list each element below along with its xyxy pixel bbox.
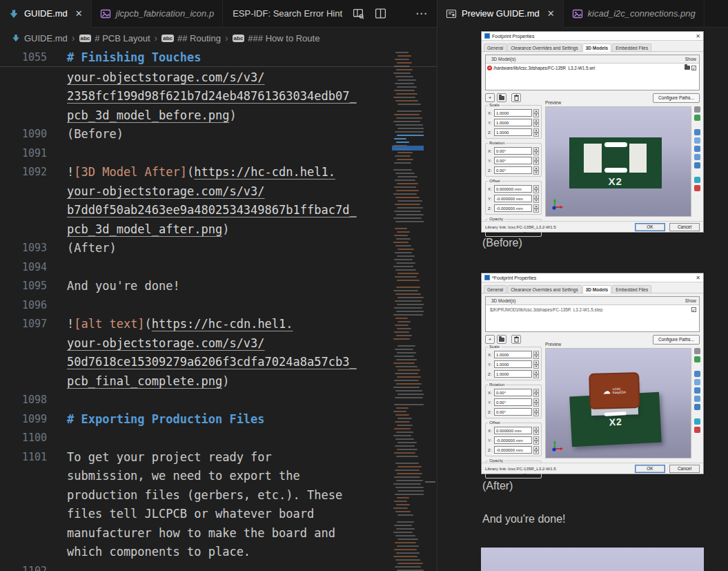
view-tool-icon (694, 379, 700, 385)
cancel-button: Cancel (669, 223, 700, 231)
image-icon (100, 8, 111, 19)
breadcrumb: GUIDE.md › abc # PCB Layout › abc ## Rou… (0, 28, 437, 48)
dialog-footer: Library link: lcsc:FC-135R_L3.2-W1.5 OK … (482, 221, 703, 232)
chevron-right-icon: › (72, 32, 75, 43)
view-tool-icon (694, 418, 700, 425)
spinner: ▲▼ (533, 408, 539, 416)
group-label: Rotation (488, 383, 506, 387)
value-input: 0.00° (494, 398, 532, 406)
line-number: 1101 (0, 451, 47, 463)
group-label: Rotation (488, 141, 506, 145)
open-preview-icon (446, 8, 457, 19)
line-number: 1090 (0, 128, 47, 140)
code-text: And you're done! (67, 279, 180, 293)
tab-preview-guide-md[interactable]: Preview GUIDE.md ✕ (437, 0, 564, 28)
minimap-viewport-highlight[interactable] (392, 146, 424, 151)
breadcrumb-how-to-route[interactable]: abc ### How to Route (233, 33, 320, 43)
tab-jlcpcb-fabrication-icon[interactable]: jlcpcb_fabrication_icon.p (92, 0, 223, 27)
breadcrumb-file[interactable]: GUIDE.md (11, 33, 68, 43)
code-text: b7dd0f50ab2463ee9a4802534349867b1ffbac7d… (67, 203, 357, 217)
code-text: manufacturer how to make the board and (67, 526, 335, 540)
code-text: pcb_3d_model_after.png) (67, 222, 229, 236)
error-icon: ✕ (487, 66, 492, 70)
code-text: (Before) (67, 127, 124, 141)
tab-embedded-files: Embedded Files (612, 285, 651, 293)
delete-model-button (511, 335, 521, 344)
add-model-button: + (485, 335, 495, 344)
code-line: 50d7618ce15309279a6206f3cdfa7024a8a57cb3… (0, 353, 392, 372)
tabbar-left: GUIDE.md ✕ jlcpcb_fabrication_icon.p ESP… (0, 0, 437, 28)
view-tool-icon (694, 154, 700, 160)
code-text: your-objectstorage.com/s/v3/ (67, 70, 265, 84)
tab-general: General (484, 43, 506, 51)
code-line: 1090(Before) (0, 125, 392, 144)
dialog-title: *Footprint Properties (492, 275, 696, 280)
spinner: ▲▼ (533, 166, 539, 174)
line-number: 1094 (0, 261, 47, 273)
breadcrumb-pcb-layout[interactable]: abc # PCB Layout (79, 33, 150, 43)
line-number: 1102 (0, 565, 47, 571)
value-input: 1.0000 (494, 360, 532, 368)
spinner: ▲▼ (533, 427, 539, 434)
view-tool-icon (694, 356, 700, 362)
code-line: pcb_final_complete.png) (0, 371, 392, 391)
before-caption: (Before) (482, 237, 522, 249)
tab-3d-models: 3D Models (582, 43, 612, 52)
spinner: ▲▼ (533, 128, 539, 136)
view-toolbar (693, 106, 701, 191)
control-group: ScaleX:1.0000▲▼Y:1.0000▲▼Z:1.0000▲▼ (485, 105, 542, 139)
code-editor[interactable]: your-objectstorage.com/s/v3/2358fcf199d9… (0, 68, 392, 571)
control-group: OffsetX:0.000000 mm▲▼Y:-0.000000 mm▲▼Z:-… (485, 181, 542, 215)
tab-label: Preview GUIDE.md (462, 8, 540, 19)
value-input: 0.00° (494, 166, 532, 174)
tab-guide-md[interactable]: GUIDE.md ✕ (0, 0, 92, 28)
code-line: 1092![3D Model After](https://hc-cdn.hel… (0, 163, 392, 182)
code-line: files tell JLCPCB or whatever board (0, 505, 392, 524)
show-checkbox: ✓ (691, 307, 696, 312)
value-input: 1.0000 (494, 351, 532, 358)
axis-triad-icon (551, 197, 564, 211)
value-input: 1.0000 (494, 109, 532, 117)
spinner: ▲▼ (533, 119, 539, 126)
sticky-scroll-line[interactable]: 1055 # Finishing Touches (0, 48, 437, 67)
view-tool-icon (694, 427, 700, 433)
model-row: ${KIPRJMOD}/lib/lcsc.3dshapes/FC-135R_L3… (486, 305, 699, 313)
close-icon[interactable]: ✕ (547, 8, 555, 19)
models-list: 3D Model(s) Show ${KIPRJMOD}/lib/lcsc.3d… (485, 296, 700, 332)
group-label: Offset (488, 179, 502, 183)
tab-label: GUIDE.md (24, 8, 68, 19)
model-toolbar: + Configure Paths... (485, 334, 700, 345)
breadcrumb-routing[interactable]: abc ## Routing (161, 33, 221, 43)
open-preview-side-icon[interactable] (352, 8, 364, 20)
after-caption: (After) (482, 480, 513, 492)
silkscreen-x2: X2 (569, 175, 662, 187)
control-group: OffsetX:0.000000 mm▲▼Y:-0.000000 mm▲▼Z:-… (485, 423, 542, 456)
control-group: RotationX:0.00°▲▼Y:0.00°▲▼Z:0.00°▲▼ (485, 385, 542, 418)
code-text: (After) (67, 241, 117, 255)
split-editor-icon[interactable] (374, 8, 386, 20)
value-input: 0.00° (494, 147, 532, 155)
value-input: 0.00° (494, 408, 532, 416)
view-tool-icon (694, 185, 700, 191)
tab-kicad-i2c-connections[interactable]: kicad_i2c_connections.png (564, 0, 705, 27)
spinner: ▲▼ (533, 204, 539, 212)
ok-button: OK (635, 465, 665, 473)
code-line: 1099# Exporting Production Files (0, 409, 392, 429)
browse-model-button (497, 93, 506, 102)
slot (604, 168, 628, 173)
close-icon[interactable]: ✕ (75, 8, 83, 19)
editor-group-right: Preview GUIDE.md ✕ kicad_i2c_connections… (437, 0, 728, 571)
code-line: pcb_3d_model_after.png) (0, 220, 392, 239)
code-text: To get your project ready for (67, 450, 272, 464)
view-tool-icon (694, 146, 700, 152)
more-actions-icon[interactable]: ⋯ (415, 6, 428, 21)
configure-paths-button: Configure Paths... (653, 335, 700, 345)
code-text: 2358fcf199d98f621b7d24eb48761363034edb07… (67, 89, 357, 103)
view-tool-icon (694, 404, 700, 410)
minimap[interactable] (392, 48, 424, 571)
model-controls: ScaleX:1.0000▲▼Y:1.0000▲▼Z:1.0000▲▼Rotat… (485, 105, 542, 220)
value-input: 0.000000 mm (494, 185, 532, 193)
esp-idf-search-error-hint-action[interactable]: ESP-IDF: Search Error Hint (233, 8, 342, 19)
cancel-button: Cancel (669, 465, 700, 473)
code-line: submission, we need to export the (0, 467, 392, 486)
